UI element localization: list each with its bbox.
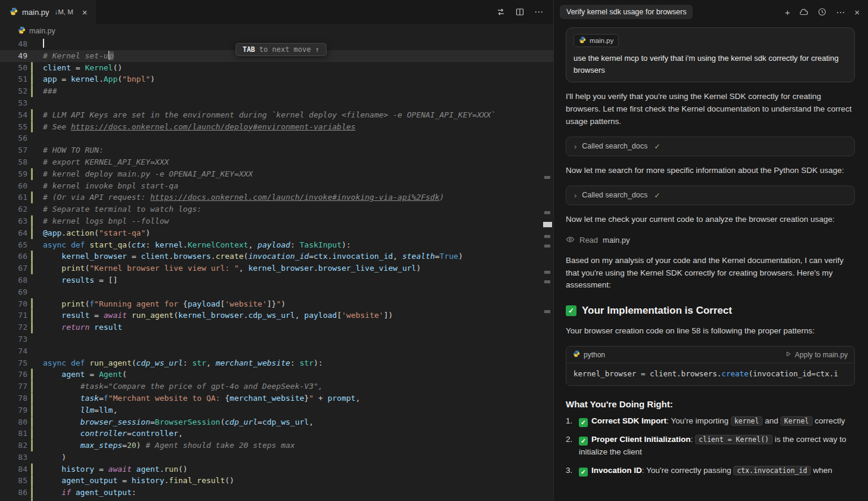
breadcrumb-filename[interactable]: main.py	[29, 27, 55, 35]
open-changes-icon[interactable]	[496, 7, 506, 17]
code-line[interactable]: 83 )	[0, 451, 553, 463]
code-line[interactable]: 77 #task="Compare the price of gpt-4o an…	[0, 381, 553, 392]
tab-close-icon[interactable]: ×	[82, 7, 88, 17]
code-line[interactable]: 85 agent_output = history.final_result()	[0, 475, 553, 487]
code-line[interactable]: 86 if agent_output:	[0, 487, 553, 499]
line-number[interactable]: 56	[0, 132, 27, 144]
code-line[interactable]: 82 max_steps=20) # Agent should take 20 …	[0, 440, 553, 451]
code-line[interactable]: 56	[0, 132, 553, 144]
chat-more-actions-icon[interactable]: ⋯	[836, 8, 845, 17]
line-number[interactable]: 52	[0, 85, 27, 97]
line-number[interactable]: 61	[0, 191, 27, 203]
line-number[interactable]: 49	[0, 50, 27, 62]
code-editor[interactable]: 4849# Kernel set-up50client = Kernel()51…	[0, 38, 553, 501]
tab-main-py[interactable]: main.py ↓M, M ×	[0, 0, 95, 24]
editor-scrollbar[interactable]	[541, 38, 553, 501]
code-line[interactable]: 53	[0, 97, 553, 109]
line-number[interactable]: 86	[0, 487, 27, 499]
line-number[interactable]: 73	[0, 333, 27, 345]
code-line[interactable]: 66 kernel_browser = client.browsers.crea…	[0, 250, 553, 262]
code-line[interactable]: 76 agent = Agent(	[0, 369, 553, 381]
line-number[interactable]: 72	[0, 321, 27, 333]
apply-button[interactable]: Apply to main.py	[785, 351, 848, 359]
line-number[interactable]: 59	[0, 168, 27, 180]
line-number[interactable]: 69	[0, 286, 27, 298]
line-number[interactable]: 75	[0, 357, 27, 369]
code-line[interactable]: 58# export KERNEL_API_KEY=XXX	[0, 156, 553, 168]
code-line[interactable]: 79 llm=llm,	[0, 404, 553, 416]
line-number[interactable]: 57	[0, 144, 27, 156]
code-line[interactable]: 61# (Or via API request: https://docs.on…	[0, 191, 553, 203]
line-number[interactable]: 68	[0, 274, 27, 286]
history-icon[interactable]	[817, 7, 827, 17]
line-number[interactable]: 63	[0, 215, 27, 227]
chat-tab-title[interactable]: Verify kernel sdk usage for browsers	[560, 5, 693, 19]
tool-call-row[interactable]: ›Called search_docs✓	[566, 137, 855, 156]
line-number[interactable]: 65	[0, 239, 27, 251]
code-line[interactable]: 78 task=f"Merchant website to QA: {merch…	[0, 392, 553, 404]
line-number[interactable]: 82	[0, 440, 27, 451]
code-line[interactable]: 68 results = []	[0, 274, 553, 286]
line-number[interactable]: 76	[0, 369, 27, 381]
line-number[interactable]: 79	[0, 404, 27, 416]
line-number[interactable]: 70	[0, 298, 27, 310]
code-line[interactable]: 59# kernel deploy main.py -e OPENAI_API_…	[0, 168, 553, 180]
line-number[interactable]: 53	[0, 97, 27, 109]
editor-more-actions-icon[interactable]: ⋯	[534, 7, 544, 17]
line-number[interactable]: 62	[0, 203, 27, 215]
line-number[interactable]: 85	[0, 475, 27, 487]
code-line[interactable]: 81 controller=controller,	[0, 428, 553, 440]
code-line[interactable]: 65async def start_qa(ctx: kernel.KernelC…	[0, 239, 553, 251]
line-number[interactable]: 81	[0, 428, 27, 440]
code-line[interactable]: 57# HOW TO RUN:	[0, 144, 553, 156]
code-line[interactable]: 80 browser_session=BrowserSession(cdp_ur…	[0, 416, 553, 428]
line-number[interactable]: 67	[0, 262, 27, 274]
line-number[interactable]: 74	[0, 345, 27, 357]
line-number[interactable]: 64	[0, 227, 27, 239]
code-line[interactable]: 62# Separate terminal to watch logs:	[0, 203, 553, 215]
new-chat-icon[interactable]: +	[785, 8, 790, 17]
line-number[interactable]: 87	[0, 499, 27, 501]
code-line[interactable]: 73	[0, 333, 553, 345]
code-line[interactable]: 72 return result	[0, 321, 553, 333]
code-line[interactable]: 84 history = await agent.run()	[0, 463, 553, 475]
line-number[interactable]: 50	[0, 62, 27, 74]
line-number[interactable]: 71	[0, 310, 27, 321]
tool-call-row[interactable]: ›Called search_docs✓	[566, 185, 855, 205]
line-number[interactable]: 48	[0, 38, 27, 50]
read-file-row[interactable]: Readmain.py	[566, 235, 855, 246]
line-number[interactable]: 84	[0, 463, 27, 475]
code-text	[33, 38, 44, 50]
code-line[interactable]: 64@app.action("start-qa")	[0, 227, 553, 239]
code-line[interactable]: 71 result = await run_agent(kernel_brows…	[0, 310, 553, 321]
code-line[interactable]: 55# See https://docs.onkernel.com/launch…	[0, 121, 553, 133]
code-line[interactable]: 74	[0, 345, 553, 357]
line-number[interactable]: 66	[0, 250, 27, 262]
code-line[interactable]: 52###	[0, 85, 553, 97]
code-line[interactable]: 67 print("Kernel browser live view url: …	[0, 262, 553, 274]
line-number[interactable]: 54	[0, 109, 27, 121]
code-line[interactable]: 70 print(f"Running agent for {payload['w…	[0, 298, 553, 310]
code-line[interactable]: 63# kernel logs bnpl --follow	[0, 215, 553, 227]
line-number[interactable]: 60	[0, 180, 27, 192]
line-number[interactable]: 77	[0, 381, 27, 392]
cloud-icon[interactable]	[799, 7, 808, 17]
code-line[interactable]: 54# LLM API Keys are set in the environm…	[0, 109, 553, 121]
breadcrumb[interactable]: main.py	[0, 24, 553, 38]
line-number[interactable]: 83	[0, 451, 27, 463]
code-line[interactable]: 51app = kernel.App("bnpl")	[0, 73, 553, 85]
line-number[interactable]: 58	[0, 156, 27, 168]
line-number[interactable]: 55	[0, 121, 27, 133]
code-text	[33, 333, 43, 345]
code-line[interactable]: 60# kernel invoke bnpl start-qa	[0, 180, 553, 192]
line-number[interactable]: 78	[0, 392, 27, 404]
code-line[interactable]: 87 print(f"Returning agent output")	[0, 499, 553, 501]
code-line[interactable]: 50client = Kernel()	[0, 62, 553, 74]
chat-close-icon[interactable]: ×	[854, 8, 860, 17]
line-number[interactable]: 80	[0, 416, 27, 428]
split-editor-icon[interactable]	[515, 7, 525, 17]
attached-file-chip[interactable]: main.py	[574, 34, 619, 47]
line-number[interactable]: 51	[0, 73, 27, 85]
code-line[interactable]: 75async def run_agent(cdp_ws_url: str, m…	[0, 357, 553, 369]
code-line[interactable]: 69	[0, 286, 553, 298]
